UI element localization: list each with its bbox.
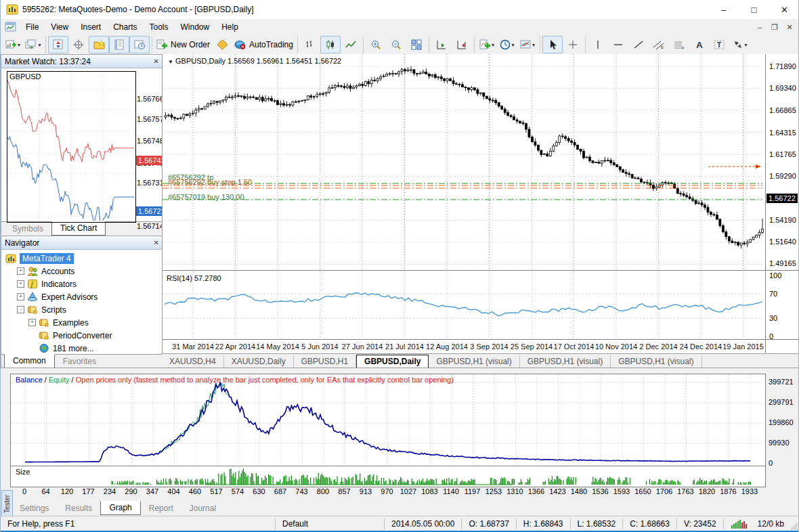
market-watch-header[interactable]: Market Watch: 13:37:24 ✕ [1, 55, 163, 68]
tester-x-label: 1820 [695, 487, 718, 495]
price-axis-label: 1.49165 [769, 259, 796, 267]
maximize-button[interactable]: □ [739, 0, 769, 19]
tester-tab-report[interactable]: Report [141, 502, 181, 515]
tester-x-label: 177 [77, 487, 100, 495]
tester-tab-journal[interactable]: Journal [181, 502, 224, 515]
navigator-item-accounts[interactable]: +Accounts [3, 265, 161, 278]
horizontal-line-button[interactable] [608, 36, 628, 53]
menu-item-window[interactable]: Window [175, 20, 216, 34]
profiles-button[interactable]: ▾ [23, 36, 43, 53]
navigator-item-examples[interactable]: +Examples [3, 316, 161, 329]
child-minimize-button[interactable]: – [752, 23, 767, 32]
tester-tab-results[interactable]: Results [57, 502, 100, 515]
market-watch-tab-symbols[interactable]: Symbols [4, 223, 51, 236]
toolbar-group-zoom [363, 37, 429, 53]
new-order-button[interactable]: New Order [154, 36, 212, 53]
status-profile[interactable]: Default [276, 518, 385, 529]
navigator-item-181-more-[interactable]: 181 more... [3, 342, 161, 355]
market-watch-toggle-button[interactable] [48, 36, 68, 53]
crosshair-button[interactable] [563, 36, 583, 53]
status-traffic: 12/0 kb [758, 519, 784, 529]
tile-windows-button[interactable] [406, 36, 427, 53]
text-button[interactable]: A [689, 36, 710, 53]
menu-item-help[interactable]: Help [215, 20, 244, 34]
chart-shift-button[interactable] [452, 36, 472, 53]
periods-button[interactable]: ▾ [497, 36, 517, 53]
line-chart-button[interactable] [341, 36, 361, 53]
chart-tab-1[interactable]: XAUUSD,Daily [224, 355, 294, 368]
text-label-button[interactable]: T [710, 36, 730, 53]
strategy-tester-toggle-button[interactable] [129, 36, 150, 53]
navigator-toggle-button[interactable] [89, 36, 109, 53]
zoom-in-button[interactable] [366, 36, 386, 53]
chart-dropdown-icon[interactable]: ▼ [168, 59, 173, 65]
tester-tab-graph[interactable]: Graph [100, 501, 140, 515]
menu-item-view[interactable]: View [45, 20, 74, 34]
navigator-tab-common[interactable]: Common [4, 354, 55, 368]
market-watch-close-icon[interactable]: ✕ [154, 58, 159, 65]
tester-x-label: 234 [98, 487, 121, 495]
rsi-axis-label: 30 [769, 314, 777, 322]
date-label: 12 Aug 2014 [423, 342, 471, 351]
chart-tab-2[interactable]: GBPUSD,H1 [294, 355, 356, 368]
menu-item-file[interactable]: File [20, 20, 45, 34]
navigator-item-periodconverter[interactable]: PeriodConverter [3, 329, 161, 342]
navigator-item-indicators[interactable]: +fIndicators [3, 278, 161, 290]
chart-tab-0[interactable]: XAUUSD,H4 [162, 355, 224, 368]
navigator-tab-favorites[interactable]: Favorites [55, 355, 104, 368]
fibonacci-button[interactable]: F [669, 36, 689, 53]
close-button[interactable]: ✕ [769, 0, 799, 19]
expand-icon[interactable]: + [17, 267, 24, 275]
metaeditor-button[interactable] [212, 36, 232, 53]
navigator-item-expert-advisors[interactable]: +Expert Advisors [3, 290, 161, 303]
child-close-button[interactable]: ✕ [782, 23, 797, 32]
indicators-button[interactable]: ▾ [477, 36, 497, 53]
menu-item-charts[interactable]: Charts [107, 20, 143, 34]
equidistant-channel-button[interactable]: E [649, 36, 669, 53]
navigator-item-scripts[interactable]: -Scripts [3, 303, 161, 316]
minimize-button[interactable]: – [708, 0, 739, 19]
expand-icon[interactable]: + [28, 319, 36, 326]
candlestick-button[interactable] [320, 36, 341, 53]
chart-tab-5[interactable]: GBPUSD,H1 (visual) [520, 355, 611, 368]
bar-chart-button[interactable] [300, 36, 320, 53]
tester-x-label: 1933 [738, 487, 761, 495]
data-window-button[interactable] [68, 36, 89, 53]
zoom-out-button[interactable] [386, 36, 406, 53]
menu-item-insert[interactable]: Insert [74, 20, 107, 34]
market-watch-tab-tick-chart[interactable]: Tick Chart [51, 221, 106, 236]
price-chart[interactable] [163, 54, 765, 270]
vertical-line-button[interactable] [588, 36, 608, 53]
pane-separator[interactable] [163, 270, 799, 271]
resize-grip[interactable] [790, 522, 798, 531]
auto-scroll-button[interactable] [431, 36, 452, 53]
arrows-button[interactable]: ▾ [730, 36, 750, 53]
chart-area[interactable]: ▼ GBPUSD,Daily 1.56569 1.56961 1.56451 1… [162, 54, 799, 353]
expand-icon[interactable]: + [17, 280, 24, 288]
tester-tab-settings[interactable]: Settings [12, 502, 57, 515]
date-label: 25 Sep 2014 [508, 342, 555, 351]
child-restore-button[interactable]: ❐ [767, 23, 782, 32]
chart-tab-4[interactable]: GBPUSD,H1 (visual) [429, 355, 519, 368]
navigator-item-metatrader-4[interactable]: MetaTrader 4 [3, 252, 161, 265]
expand-icon[interactable]: + [17, 293, 24, 301]
title-bar: 5955262: MetaQuotes-Demo - Demo Account … [1, 0, 799, 20]
autotrading-button[interactable]: AutoTrading [232, 36, 295, 53]
tester-balance-graph[interactable] [11, 374, 764, 464]
tester-size-graph[interactable] [11, 466, 764, 485]
tick-chart[interactable] [7, 72, 134, 221]
terminal-toggle-button[interactable] [109, 36, 129, 53]
navigator-close-icon[interactable]: ✕ [154, 239, 159, 246]
trendline-button[interactable] [628, 36, 649, 53]
legend-sep1: / [43, 376, 49, 384]
new-chart-button[interactable]: ▾ [3, 36, 23, 53]
templates-button[interactable]: ▾ [517, 36, 538, 53]
rsi-indicator-chart[interactable] [163, 271, 765, 339]
cursor-button[interactable] [542, 36, 563, 53]
menu-item-tools[interactable]: Tools [144, 20, 175, 34]
chart-tab-3[interactable]: GBPUSD,Daily [356, 355, 429, 369]
navigator-header[interactable]: Navigator ✕ [1, 236, 163, 250]
tick-chart-frame: GBPUSD [7, 71, 136, 223]
chart-tab-6[interactable]: GBPUSD,H1 (visual) [611, 355, 701, 368]
collapse-icon[interactable]: - [17, 306, 24, 313]
